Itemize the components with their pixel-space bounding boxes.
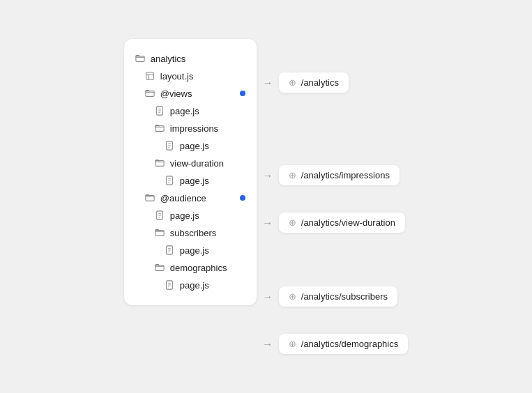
globe-icon-impressions: ⊕ [289, 170, 296, 180]
folder-icon-demographics [155, 263, 165, 273]
tree-item-audience[interactable]: @audience [124, 190, 257, 207]
route-label-analytics: /analytics [301, 77, 339, 88]
route-row-view-duration: → ⊕ /analytics/view-duration [257, 213, 408, 233]
tree-label-demographics-page: page.js [180, 280, 209, 291]
tree-label-impressions: impressions [170, 123, 218, 134]
tree-item-views[interactable]: @views [124, 85, 257, 102]
tree-item-analytics[interactable]: analytics [124, 50, 257, 68]
route-row-analytics: → ⊕ /analytics [257, 72, 408, 93]
route-label-subscribers: /analytics/subscribers [301, 291, 388, 302]
tree-item-impressions-page[interactable]: page.js [124, 137, 257, 155]
tree-label-demographics: demographics [170, 263, 227, 273]
globe-icon-view-duration: ⊕ [289, 217, 296, 228]
route-badge-subscribers: ⊕ /analytics/subscribers [279, 286, 397, 307]
route-label-demographics: /analytics/demographics [301, 339, 398, 349]
file-icon-subscribers-page [165, 245, 175, 256]
file-icon-views-page [155, 106, 165, 116]
route-row-subscribers: → ⊕ /analytics/subscribers [257, 286, 408, 307]
route-badge-analytics: ⊕ /analytics [279, 72, 349, 93]
route-badge-view-duration: ⊕ /analytics/view-duration [279, 213, 405, 233]
svg-rect-2 [146, 91, 154, 97]
tree-item-view-duration-page[interactable]: page.js [124, 172, 257, 190]
tree-label-analytics: analytics [151, 54, 186, 64]
svg-rect-1 [146, 72, 154, 80]
tree-label-subscribers-page: page.js [180, 245, 209, 256]
globe-icon-demographics: ⊕ [289, 339, 296, 349]
arrow-analytics: → [257, 77, 279, 88]
arrow-subscribers: → [257, 291, 279, 302]
tree-item-impressions[interactable]: impressions [124, 120, 257, 137]
tree-item-subscribers-page[interactable]: page.js [124, 242, 257, 259]
tree-item-views-page[interactable]: page.js [124, 102, 257, 120]
tree-label-views: @views [160, 88, 192, 99]
tree-label-views-page: page.js [170, 106, 199, 116]
route-row-demographics: → ⊕ /analytics/demographics [257, 334, 408, 355]
file-icon-impressions-page [165, 141, 175, 151]
globe-icon-analytics: ⊕ [289, 77, 296, 88]
views-dot [240, 91, 245, 96]
folder-icon-impressions [155, 123, 165, 134]
folder-icon-view-duration [155, 158, 165, 169]
route-label-view-duration: /analytics/view-duration [301, 217, 395, 228]
tree-label-audience-page: page.js [170, 210, 199, 221]
tree-label-impressions-page: page.js [180, 141, 209, 151]
route-row-impressions: → ⊕ /analytics/impressions [257, 165, 408, 186]
tree-label-view-duration: view-duration [170, 158, 224, 169]
file-tree-panel: analytics layout.js @views [124, 39, 257, 305]
file-icon-audience-page [155, 210, 165, 221]
svg-rect-10 [155, 231, 164, 236]
arrow-view-duration: → [257, 217, 279, 229]
tree-item-subscribers[interactable]: subscribers [124, 224, 257, 242]
tree-item-demographics-page[interactable]: page.js [124, 277, 257, 294]
tree-item-layout-js[interactable]: layout.js [124, 68, 257, 85]
route-label-impressions: /analytics/impressions [301, 170, 390, 180]
route-badge-demographics: ⊕ /analytics/demographics [279, 334, 408, 354]
folder-icon-subscribers [155, 228, 165, 238]
tree-item-view-duration[interactable]: view-duration [124, 155, 257, 172]
folder-icon-audience [145, 193, 155, 203]
svg-rect-8 [146, 196, 154, 201]
tree-label-audience: @audience [160, 193, 206, 203]
audience-dot [240, 195, 245, 201]
globe-icon-subscribers: ⊕ [289, 291, 296, 302]
svg-rect-12 [155, 265, 164, 271]
arrow-demographics: → [257, 338, 279, 350]
svg-rect-6 [155, 161, 164, 167]
folder-icon-views [145, 88, 155, 99]
folder-icon [135, 54, 146, 64]
tree-item-demographics[interactable]: demographics [124, 259, 257, 277]
file-icon-demographics-page [165, 280, 175, 291]
tree-label-view-duration-page: page.js [180, 176, 209, 186]
main-container: analytics layout.js @views [110, 25, 422, 369]
routes-panel: → ⊕ /analytics → ⊕ /analytics/impression… [257, 39, 408, 355]
tree-item-audience-page[interactable]: page.js [124, 207, 257, 224]
tree-label-subscribers: subscribers [170, 228, 216, 238]
layout-icon [145, 71, 155, 82]
arrow-impressions: → [257, 169, 279, 181]
tree-label-layout-js: layout.js [160, 71, 194, 82]
svg-rect-0 [136, 56, 144, 62]
route-badge-impressions: ⊕ /analytics/impressions [279, 165, 400, 185]
svg-rect-4 [155, 126, 164, 132]
file-icon-view-duration-page [165, 176, 175, 186]
